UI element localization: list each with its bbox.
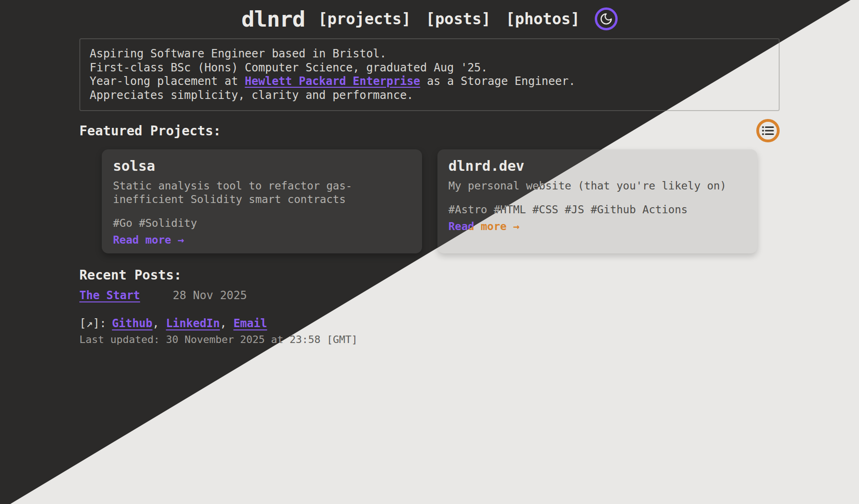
project-list-button[interactable] <box>756 119 780 142</box>
nav-link-photos[interactable]: [photos] <box>506 10 580 28</box>
linkedin-link[interactable]: LinkedIn <box>166 317 220 330</box>
nav-link-projects[interactable]: [projects] <box>318 10 411 28</box>
post-title-cell: The Start <box>79 289 173 302</box>
theme-toggle-button[interactable] <box>595 7 618 30</box>
main-nav: [projects] [posts] [photos] <box>318 10 580 28</box>
github-link[interactable]: Github <box>112 317 153 330</box>
email-link[interactable]: Email <box>233 317 267 330</box>
bio-line-3: Year-long placement at Hewlett Packard E… <box>90 75 769 89</box>
site-logo[interactable]: dlnrd <box>241 6 305 32</box>
post-date: 28 Nov 2025 <box>173 289 247 302</box>
list-icon <box>761 124 775 138</box>
bio-box: Aspiring Software Engineer based in Bris… <box>79 38 780 111</box>
read-more-link[interactable]: Read more → <box>113 234 184 246</box>
website-screenshot: dlnrd [projects] [posts] [photos] Aspiri… <box>0 0 859 504</box>
featured-projects-heading: Featured Projects: <box>79 123 221 139</box>
moon-icon <box>599 12 613 26</box>
external-links-label: [↗]: <box>79 317 106 330</box>
project-card-solsa[interactable]: solsa Static analysis tool to refactor g… <box>102 149 422 253</box>
project-description: Static analysis tool to refactor gas-ine… <box>113 179 411 206</box>
bio-line-3-pre: Year-long placement at <box>90 75 245 88</box>
hpe-link[interactable]: Hewlett Packard Enterprise <box>245 75 420 88</box>
post-link-the-start[interactable]: The Start <box>79 289 140 302</box>
separator: , <box>153 317 166 330</box>
project-title: solsa <box>113 158 411 174</box>
project-tags: #Go #Solidity <box>113 217 411 229</box>
site-header: dlnrd [projects] [posts] [photos] <box>79 0 780 35</box>
nav-link-posts[interactable]: [posts] <box>426 10 491 28</box>
bio-line-2: First-class BSc (Hons) Computer Science,… <box>90 61 769 75</box>
bio-line-1: Aspiring Software Engineer based in Bris… <box>90 47 769 61</box>
bio-line-4: Appreciates simplicity, clarity and perf… <box>90 89 769 103</box>
separator: , <box>220 317 233 330</box>
bio-line-3-post: as a Storage Engineer. <box>420 75 575 88</box>
